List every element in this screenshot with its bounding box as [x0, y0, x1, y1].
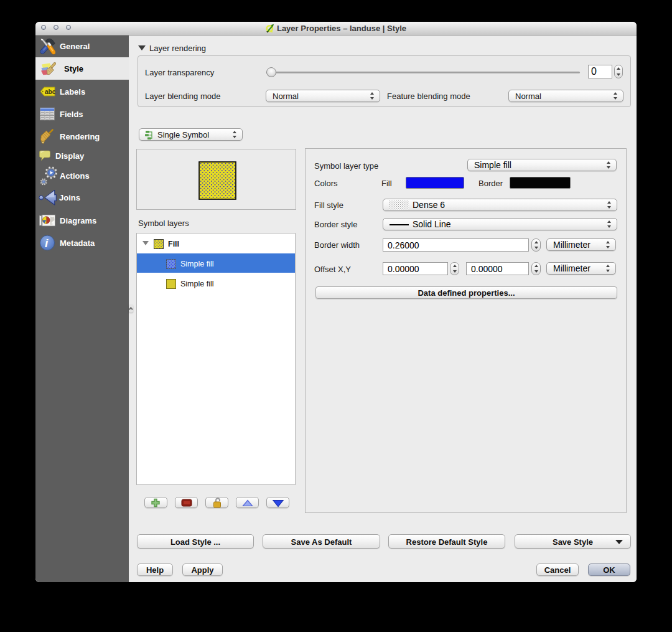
- svg-text:abc: abc: [45, 88, 55, 95]
- svg-text:i: i: [45, 237, 49, 250]
